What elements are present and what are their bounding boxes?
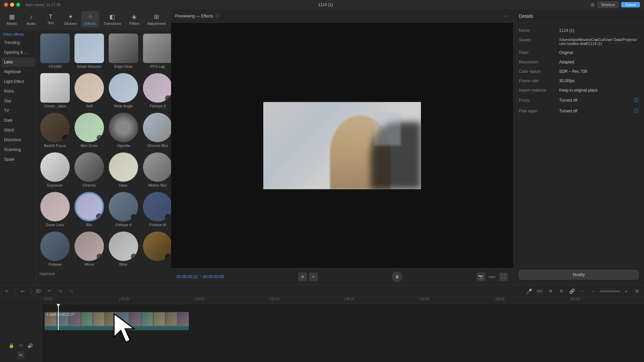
- toolbar-filters[interactable]: ◈ Filters: [125, 11, 143, 28]
- track-lock-icon[interactable]: 🔒: [8, 342, 15, 349]
- effect-fisheye[interactable]: Fisheye: [39, 230, 71, 268]
- track-audio-icon[interactable]: 🔊: [26, 342, 34, 349]
- download-icon-backlit[interactable]: ↓: [62, 135, 68, 141]
- effect-blur[interactable]: ↓ Blur: [73, 191, 105, 228]
- preview-menu-button[interactable]: ⋯: [504, 13, 509, 19]
- category-tv[interactable]: TV: [1, 106, 35, 115]
- effect-name-fisheye: Fisheye: [40, 262, 70, 266]
- effect-fps-lag[interactable]: FPS Lag: [142, 32, 171, 70]
- free-layer-info-icon[interactable]: ⓘ: [634, 108, 639, 114]
- effect-name-fisheye2: Fisheye II: [143, 104, 171, 108]
- effect-motion-blur[interactable]: Motion Blur: [142, 151, 171, 189]
- category-distortion[interactable]: Distortion: [1, 135, 35, 145]
- more-options-button[interactable]: ⋯: [578, 287, 587, 296]
- export-button[interactable]: Export: [621, 2, 640, 7]
- effect-vx1000[interactable]: VX1000: [39, 32, 71, 70]
- category-trending[interactable]: Trending: [1, 38, 35, 47]
- timeline-gutter: 🔒 👁 🔊 ✏: [0, 297, 42, 362]
- effect-mini-zoom[interactable]: ↓ Mini Zoom: [73, 111, 105, 149]
- effect-edge-glow[interactable]: Edge Glow: [107, 32, 140, 70]
- zoom-slider[interactable]: [600, 291, 620, 292]
- effect-mirror[interactable]: ↓ Mirror: [73, 230, 105, 268]
- effect-name-fps-lag: FPS Lag: [143, 64, 171, 68]
- category-nightclub[interactable]: Nightclub: [1, 67, 35, 76]
- category-spark[interactable]: Spark: [1, 155, 35, 164]
- category-retro[interactable]: Retro: [1, 87, 35, 96]
- snap-button[interactable]: ⊞: [557, 287, 566, 296]
- download-icon-disco[interactable]: ↓: [165, 254, 171, 260]
- effect-chrome-blur[interactable]: Chrome Blur: [142, 111, 171, 149]
- toolbar-audio[interactable]: ♪ Audio: [22, 11, 40, 28]
- effect-hazy[interactable]: Hazy: [107, 151, 140, 189]
- toolbar: ▦ Media ♪ Audio T Text ✦ Stickers ✧ Effe…: [0, 9, 171, 30]
- stickers-icon: ✦: [68, 13, 73, 20]
- time-display: 00:00:00:12 / 00:00:03:00: [176, 274, 224, 279]
- trim-tool[interactable]: ⌤: [45, 287, 54, 296]
- category-glitch[interactable]: Glitch: [1, 125, 35, 135]
- undo-button[interactable]: ↩: [18, 287, 27, 296]
- track-visibility-icon[interactable]: 👁: [17, 342, 24, 349]
- effect-disco-arrow[interactable]: ↓ ...: [142, 230, 171, 268]
- toolbar-media[interactable]: ▦ Media: [3, 11, 21, 28]
- effect-zoom-lens[interactable]: Zoom Lens: [39, 191, 71, 228]
- download-icon-mini-zoom[interactable]: ↓: [97, 135, 103, 141]
- effect-backlit-focus[interactable]: ↓ Backlit Focus: [39, 111, 71, 149]
- toolbar-effects[interactable]: ✧ Effects: [81, 11, 99, 28]
- category-lens[interactable]: Lens: [1, 57, 35, 67]
- effect-wide-angle[interactable]: Wide Angle: [107, 72, 140, 109]
- shortcut-button[interactable]: Shortcut: [597, 2, 619, 8]
- effect-cinema[interactable]: Cinema: [73, 151, 105, 189]
- category-dark[interactable]: Dark: [1, 116, 35, 125]
- download-icon-blink[interactable]: ↓: [131, 254, 137, 260]
- effect-exposure[interactable]: Exposure: [39, 151, 71, 189]
- select-tool[interactable]: ↖: [3, 287, 11, 296]
- track-edit-icon[interactable]: ✏: [17, 351, 24, 359]
- download-icon-blur[interactable]: ↓: [96, 213, 102, 219]
- effect-name-blur: Blur: [74, 223, 104, 227]
- effect-soft[interactable]: Soft: [73, 72, 105, 109]
- video-track[interactable]: 1.mp4 00:00:12:27: [45, 312, 189, 330]
- toolbar-transitions[interactable]: ◧ Transitions: [101, 11, 124, 28]
- marker-tool[interactable]: ⊣: [66, 287, 75, 296]
- effect-chrom-ation[interactable]: Chrom...ation: [39, 72, 71, 109]
- effect-fisheye3[interactable]: ↓ Fisheye III: [142, 191, 171, 228]
- effect-vignette[interactable]: Vignette: [107, 111, 140, 149]
- settings-icon[interactable]: ⚙: [633, 287, 641, 296]
- modify-button[interactable]: Modify: [519, 270, 639, 279]
- categories-sidebar: Video effects Trending Opening & ... Len…: [0, 30, 36, 285]
- toolbar-adjustment[interactable]: ⊞ Adjustment: [145, 11, 168, 28]
- timeline-mode-btn1[interactable]: ⊞: [298, 272, 307, 281]
- split-tool[interactable]: ⌦: [34, 287, 43, 296]
- zoom-out-button[interactable]: −: [589, 287, 598, 296]
- zoom-in-button[interactable]: +: [622, 287, 631, 296]
- download-icon-mirror[interactable]: ↓: [97, 254, 103, 260]
- download-icon-fisheye2[interactable]: ↓: [165, 95, 171, 101]
- close-button[interactable]: [4, 3, 8, 7]
- fullscreen-preview-button[interactable]: ⛶: [499, 272, 508, 281]
- link-segments-button[interactable]: ⊟⊟: [535, 287, 544, 296]
- minimize-button[interactable]: [10, 3, 14, 7]
- crop-tool[interactable]: ⌥: [56, 287, 64, 296]
- category-scanning[interactable]: Scanning: [1, 145, 35, 154]
- toolbar-text[interactable]: T Text: [42, 12, 60, 27]
- toolbar-stickers[interactable]: ✦ Stickers: [61, 11, 80, 28]
- snapshot-button[interactable]: 📷: [477, 272, 485, 281]
- category-light-effect[interactable]: Light Effect: [1, 77, 35, 86]
- audio-tool[interactable]: 🎤: [525, 287, 533, 296]
- download-icon-fisheye3[interactable]: ↓: [165, 214, 171, 220]
- fullscreen-button[interactable]: [16, 3, 20, 7]
- pause-button[interactable]: ⏸: [392, 271, 402, 282]
- effect-blink[interactable]: ↓ Blink: [107, 230, 140, 268]
- video-effects-header[interactable]: Video effects: [0, 30, 36, 38]
- lock-button[interactable]: 🔗: [568, 287, 576, 296]
- category-star[interactable]: Star: [1, 96, 35, 106]
- download-icon-fisheye4[interactable]: ↓: [131, 214, 137, 220]
- total-time: 00:00:03:00: [203, 274, 224, 279]
- unlink-button[interactable]: ⊠: [546, 287, 555, 296]
- category-opening[interactable]: Opening & ...: [1, 48, 35, 57]
- proxy-info-icon[interactable]: ⓘ: [634, 97, 639, 103]
- effect-fisheye4[interactable]: ↓ Fisheye 4: [107, 191, 140, 228]
- effect-fisheye2[interactable]: ↓ Fisheye II: [142, 72, 171, 109]
- effect-smart-sharpen[interactable]: Smart Sharpen: [73, 32, 105, 70]
- timeline-mode-btn2[interactable]: ≡: [309, 272, 318, 281]
